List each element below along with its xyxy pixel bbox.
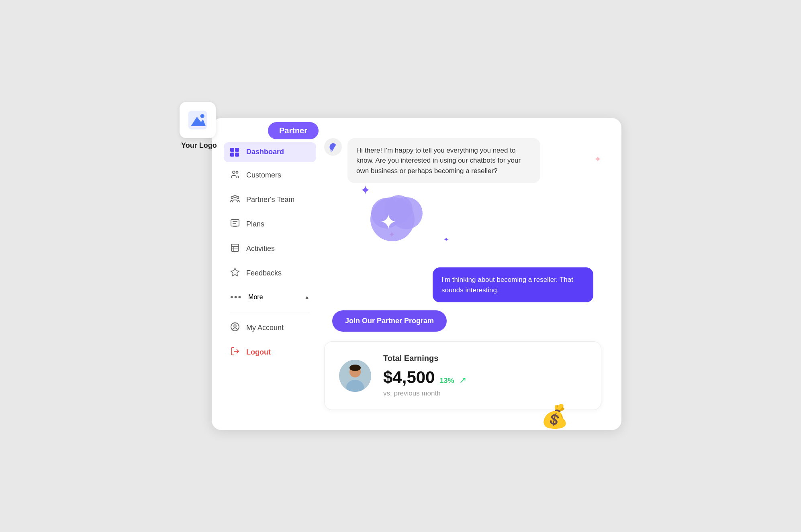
sidebar-item-activities[interactable]: Activities	[224, 237, 316, 260]
logout-icon	[230, 347, 240, 358]
svg-point-2	[200, 114, 204, 118]
earnings-amount: $4,500	[383, 368, 435, 387]
chat-section: Hi there! I'm happy to tell you everythi…	[324, 138, 601, 332]
sidebar-item-partners-team[interactable]: Partner's Team	[224, 188, 316, 211]
plans-icon	[230, 218, 240, 230]
feedbacks-label: Feedbacks	[246, 269, 282, 277]
logo-image-icon	[188, 110, 208, 130]
logo-icon-box	[180, 102, 216, 138]
svg-point-7	[237, 196, 239, 198]
svg-point-18	[231, 323, 239, 331]
earnings-content: Total Earnings $4,500 13% ↗ vs. previous…	[383, 354, 586, 397]
earnings-percent: 13%	[439, 377, 454, 385]
earnings-title: Total Earnings	[383, 354, 586, 363]
earnings-amount-row: $4,500 13% ↗	[383, 368, 586, 387]
svg-text:✦: ✦	[380, 210, 397, 234]
money-bag-decoration: 💰	[541, 403, 569, 430]
earnings-avatar	[339, 360, 371, 392]
person-avatar	[339, 360, 371, 392]
sidebar: Dashboard Customers	[216, 130, 320, 418]
svg-point-4	[236, 171, 238, 173]
partners-team-label: Partner's Team	[246, 196, 294, 204]
sidebar-divider	[230, 312, 310, 312]
svg-point-3	[233, 171, 235, 173]
partners-team-icon	[230, 194, 240, 206]
bot-message-wrapper: Hi there! I'm happy to tell you everythi…	[324, 138, 601, 183]
activities-label: Activities	[246, 245, 275, 253]
sidebar-item-customers[interactable]: Customers	[224, 164, 316, 187]
svg-point-5	[234, 195, 236, 198]
dashboard-label: Dashboard	[246, 148, 284, 156]
logo-text: Your Logo	[180, 141, 217, 150]
more-label: More	[248, 294, 263, 301]
bot-avatar	[324, 138, 342, 156]
sidebar-item-feedbacks[interactable]: Feedbacks	[224, 262, 316, 285]
sidebar-item-my-account[interactable]: My Account	[224, 316, 316, 339]
bot-icon	[328, 142, 338, 152]
partner-badge: Partner	[268, 122, 319, 139]
more-icon: •••	[230, 292, 242, 302]
svg-point-29	[349, 365, 361, 371]
logo-area: Your Logo	[180, 102, 217, 150]
dashboard-icon	[230, 148, 240, 157]
cloud-svg: ✦	[368, 191, 433, 251]
plans-label: Plans	[246, 220, 264, 228]
sparkle-purple-2: ✦	[443, 236, 449, 243]
bot-bubble: Hi there! I'm happy to tell you everythi…	[347, 138, 540, 183]
user-message-wrapper: I'm thinking about becoming a reseller. …	[324, 267, 601, 302]
more-arrow-icon: ▲	[304, 294, 310, 300]
logout-label: Logout	[246, 348, 271, 357]
svg-point-6	[231, 196, 233, 198]
earnings-comparison: vs. previous month	[383, 389, 586, 397]
customers-icon	[230, 169, 240, 181]
outer-container: Your Logo Partner Dashboard	[180, 102, 621, 430]
feedbacks-icon	[230, 267, 240, 279]
svg-rect-13	[231, 244, 239, 251]
my-account-icon	[230, 322, 240, 334]
sidebar-item-plans[interactable]: Plans	[224, 213, 316, 236]
sidebar-item-logout[interactable]: Logout	[224, 341, 316, 364]
ai-decoration: ✦ ✦ ✦ ✦	[356, 183, 461, 255]
earnings-up-arrow-icon: ↗	[459, 375, 466, 385]
svg-rect-8	[231, 220, 239, 226]
my-account-label: My Account	[246, 324, 284, 332]
sidebar-item-more[interactable]: ••• More ▲	[224, 286, 316, 308]
svg-marker-17	[231, 268, 239, 276]
earnings-card: Total Earnings $4,500 13% ↗ vs. previous…	[324, 341, 601, 410]
activities-icon	[230, 243, 240, 255]
user-bubble: I'm thinking about becoming a reseller. …	[433, 267, 593, 302]
svg-point-19	[234, 325, 236, 327]
main-card: Dashboard Customers	[212, 118, 621, 430]
sidebar-item-dashboard[interactable]: Dashboard	[224, 142, 316, 162]
join-partner-program-button[interactable]: Join Our Partner Program	[332, 310, 447, 332]
customers-label: Customers	[246, 171, 281, 179]
main-content: ✦ Hi there! I'm happy to tell you everyt…	[320, 130, 609, 418]
